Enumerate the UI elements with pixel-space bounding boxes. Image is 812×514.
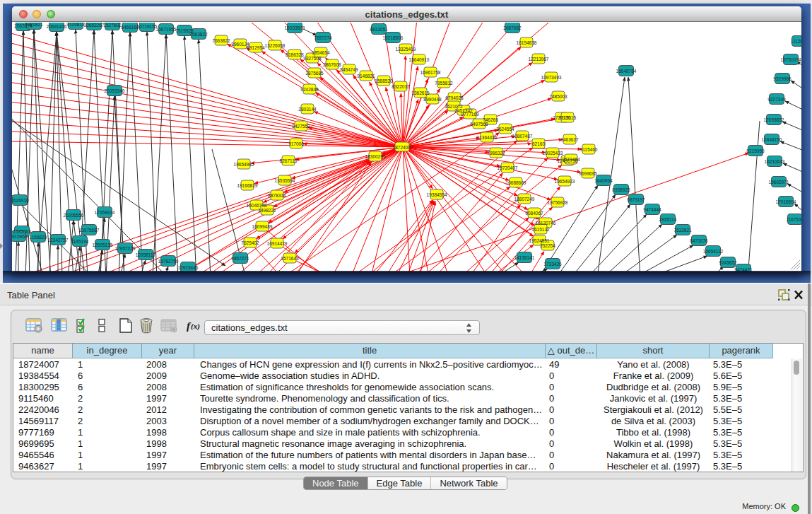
- svg-text:8454749: 8454749: [340, 67, 358, 72]
- svg-text:19756928: 19756928: [548, 200, 568, 205]
- svg-text:3915963: 3915963: [12, 234, 28, 239]
- svg-text:2935114: 2935114: [659, 217, 677, 222]
- svg-text:1081821: 1081821: [25, 23, 43, 27]
- svg-text:8813051: 8813051: [370, 27, 388, 32]
- svg-text:1167533: 1167533: [787, 217, 801, 222]
- svg-text:9115460: 9115460: [580, 147, 598, 152]
- svg-text:16961758: 16961758: [420, 70, 441, 75]
- svg-text:18724007: 18724007: [393, 145, 413, 150]
- svg-text:6879197: 6879197: [627, 197, 645, 202]
- svg-text:9474444: 9474444: [643, 207, 661, 212]
- svg-text:16154838: 16154838: [517, 40, 537, 45]
- svg-text:10807487: 10807487: [512, 134, 533, 139]
- svg-text:7857274: 7857274: [314, 35, 332, 40]
- svg-text:9115115: 9115115: [559, 115, 577, 120]
- svg-text:1588520: 1588520: [375, 78, 393, 83]
- svg-text:8878334: 8878334: [268, 193, 286, 198]
- svg-text:7986322: 7986322: [487, 151, 505, 156]
- svg-text:12505135: 12505135: [93, 243, 113, 247]
- svg-text:1640954: 1640954: [594, 178, 613, 183]
- svg-text:8471676: 8471676: [690, 238, 708, 243]
- svg-text:1527602: 1527602: [103, 23, 122, 28]
- svg-text:12342757: 12342757: [48, 238, 69, 243]
- svg-text:2687682: 2687682: [503, 25, 522, 30]
- svg-text:10719155: 10719155: [137, 24, 158, 29]
- svg-text:15751074: 15751074: [781, 57, 801, 62]
- svg-text:17016504: 17016504: [776, 199, 796, 204]
- svg-text:7485003: 7485003: [549, 94, 567, 99]
- svg-text:1362615: 1362615: [411, 90, 430, 95]
- svg-text:13226058: 13226058: [265, 43, 286, 48]
- svg-text:7955812: 7955812: [435, 81, 453, 86]
- svg-text:9146821: 9146821: [357, 74, 375, 78]
- svg-text:1733426: 1733426: [543, 262, 562, 267]
- svg-text:12923446: 12923446: [178, 265, 199, 270]
- svg-text:12444150: 12444150: [762, 137, 782, 142]
- svg-text:3624554: 3624554: [496, 127, 514, 132]
- svg-text:13535594: 13535594: [275, 178, 295, 183]
- svg-text:18807249: 18807249: [514, 197, 535, 201]
- svg-text:1156829: 1156829: [30, 235, 47, 240]
- svg-text:16914479: 16914479: [267, 241, 288, 246]
- svg-text:14136141: 14136141: [514, 255, 535, 260]
- svg-text:252254: 252254: [540, 243, 555, 248]
- svg-text:10653267: 10653267: [84, 23, 105, 28]
- svg-text:10654112: 10654112: [703, 249, 724, 254]
- svg-text:1854654: 1854654: [312, 50, 330, 55]
- svg-text:10958117: 10958117: [136, 252, 156, 257]
- svg-text:8990448: 8990448: [423, 97, 442, 102]
- svg-text:16120746: 16120746: [536, 221, 556, 226]
- svg-text:20691406: 20691406: [47, 24, 67, 29]
- svg-text:16099489: 16099489: [252, 224, 273, 229]
- svg-text:9857271: 9857271: [231, 256, 249, 261]
- svg-text:7663822: 7663822: [189, 32, 208, 37]
- svg-text:7632621: 7632621: [673, 228, 692, 233]
- svg-text:1535061: 1535061: [13, 229, 31, 234]
- svg-text:8186328: 8186328: [286, 52, 304, 57]
- svg-text:16648784: 16648784: [616, 69, 637, 74]
- svg-text:1498222: 1498222: [258, 208, 276, 213]
- svg-text:20206556: 20206556: [64, 213, 84, 218]
- svg-text:9120813: 9120813: [66, 23, 85, 27]
- svg-text:13325419: 13325419: [396, 47, 416, 52]
- svg-text:9327508: 9327508: [303, 56, 322, 61]
- svg-text:17957225: 17957225: [115, 246, 136, 251]
- svg-text:2803144: 2803144: [298, 107, 317, 112]
- svg-text:19654985: 19654985: [234, 162, 254, 167]
- svg-text:7663822: 7663822: [212, 38, 230, 43]
- svg-text:9579464: 9579464: [562, 157, 580, 162]
- svg-text:12213967: 12213967: [529, 57, 549, 62]
- svg-text:8215955: 8215955: [746, 148, 765, 153]
- svg-text:9242848: 9242848: [300, 87, 319, 92]
- svg-text:9463627: 9463627: [560, 137, 579, 142]
- svg-text:6794028: 6794028: [445, 95, 464, 100]
- svg-text:16210643: 16210643: [765, 159, 785, 164]
- svg-text:10973493: 10973493: [541, 75, 562, 80]
- svg-text:16033809: 16033809: [285, 25, 305, 30]
- svg-text:7625402: 7625402: [241, 240, 259, 245]
- svg-text:1145194: 1145194: [71, 239, 89, 244]
- svg-text:10688609: 10688609: [506, 180, 526, 185]
- svg-text:16046798: 16046798: [247, 203, 267, 208]
- svg-text:12093852: 12093852: [764, 117, 784, 122]
- svg-text:8912954: 8912954: [247, 45, 265, 50]
- svg-text:9329966: 9329966: [773, 76, 792, 81]
- svg-text:8322037: 8322037: [392, 84, 410, 89]
- svg-text:8938923: 8938923: [612, 187, 630, 192]
- svg-text:8427552: 8427552: [292, 124, 310, 129]
- svg-text:9245652: 9245652: [719, 260, 737, 265]
- svg-text:21364436: 21364436: [477, 135, 498, 140]
- svg-text:18640910: 18640910: [409, 57, 430, 62]
- svg-text:917006: 917006: [288, 141, 304, 146]
- svg-text:19218506: 19218506: [383, 35, 404, 40]
- svg-text:2626910: 2626910: [12, 198, 29, 203]
- svg-text:9777169: 9777169: [461, 112, 479, 117]
- svg-text:1615132: 1615132: [531, 227, 550, 232]
- svg-text:19166829: 19166829: [237, 183, 258, 188]
- svg-text:15720407: 15720407: [498, 165, 518, 170]
- svg-text:10025433: 10025433: [543, 151, 563, 156]
- svg-text:19654923: 19654923: [555, 179, 575, 184]
- svg-text:1571643: 1571643: [281, 256, 299, 261]
- svg-text:2867608: 2867608: [323, 62, 341, 67]
- svg-text:9084067: 9084067: [525, 211, 543, 216]
